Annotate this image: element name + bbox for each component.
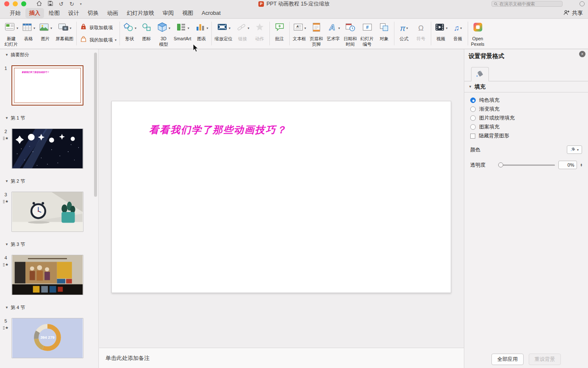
panel-scrollbar[interactable] <box>94 53 97 197</box>
section-header-4[interactable]: ▼ 第 4 节 <box>5 304 98 311</box>
undo-icon[interactable]: ↺ <box>59 1 64 7</box>
fill-option-picture[interactable]: 图片或纹理填充 <box>470 115 588 121</box>
svg-text:A: A <box>296 25 299 28</box>
color-picker-button[interactable]: ▾ <box>567 145 582 154</box>
object-button[interactable]: 对象 <box>376 21 393 42</box>
smartart-button[interactable]: ▾ SmartArt <box>172 21 193 42</box>
chart-icon <box>195 22 206 34</box>
tab-draw[interactable]: 绘图 <box>45 8 64 18</box>
tab-slideshow[interactable]: 幻灯片放映 <box>123 8 158 18</box>
slide-thumbnail-1[interactable]: 看看我们学了那些动画技巧？ <box>11 65 83 106</box>
tab-transitions[interactable]: 切换 <box>84 8 103 18</box>
chevron-down-icon[interactable]: ▾ <box>80 2 82 6</box>
transparency-stepper[interactable]: ▴▾ <box>580 163 582 167</box>
wordart-button[interactable]: A▾ 艺术字 <box>325 21 342 42</box>
alarm-clock-slide-image <box>12 192 83 231</box>
icons-button[interactable]: 图标 <box>138 21 155 42</box>
pictures-button[interactable]: ▾ 图片 <box>37 21 54 42</box>
ribbon-item-label: Open Pexels <box>471 36 485 47</box>
ribbon-item-label: 幻灯片 编号 <box>361 36 374 47</box>
fill-option-solid[interactable]: 纯色填充 <box>470 98 588 103</box>
radio-icon <box>470 106 476 112</box>
fill-option-pattern[interactable]: 图案填充 <box>470 124 588 130</box>
video-button[interactable]: ▾ 视频 <box>433 21 449 42</box>
slider-knob[interactable] <box>498 162 503 167</box>
chevron-down-icon: ▾ <box>207 26 208 30</box>
chart-button[interactable]: ▾ 图表 <box>193 21 210 42</box>
tab-design[interactable]: 设计 <box>64 8 83 18</box>
header-footer-icon <box>311 22 322 34</box>
fill-section-header[interactable]: ▼ 填充 <box>464 81 588 92</box>
shapes-button[interactable]: ▾ 形状 <box>121 21 138 42</box>
zoom-window-button[interactable] <box>21 1 26 6</box>
tab-review[interactable]: 审阅 <box>159 8 178 18</box>
home-icon[interactable] <box>36 1 42 7</box>
share-button[interactable]: 共享 <box>563 9 583 17</box>
new-slide-button[interactable]: ▾ 新建 幻灯片 <box>3 21 20 47</box>
action-button: 动作 <box>251 21 268 42</box>
header-footer-button[interactable]: 页眉和 页脚 <box>308 21 325 47</box>
tab-insert[interactable]: 插入 <box>25 8 44 18</box>
3d-models-button[interactable]: ▾ 3D 模型 <box>155 21 172 47</box>
donut-chart-slide-image: 394 279 <box>12 318 83 358</box>
slide-title-textbox[interactable]: 看看我们学了那些动画技巧？ <box>149 123 287 137</box>
transparency-slider[interactable] <box>498 162 555 167</box>
search-input[interactable] <box>499 1 560 6</box>
slide-thumbnail-2[interactable] <box>11 128 83 169</box>
slide-number: 4 <box>4 255 7 260</box>
zoom-button[interactable]: ▾ 缩放定位 <box>213 21 234 42</box>
open-pexels-button[interactable]: Open Pexels <box>469 21 486 47</box>
apply-to-all-button[interactable]: 全部应用 <box>491 354 524 365</box>
slide-number-button[interactable]: # 幻灯片 编号 <box>359 21 376 47</box>
ribbon-item-label: 公式 <box>399 36 408 42</box>
notes-placeholder[interactable]: 单击此处添加备注 <box>105 355 150 361</box>
get-addins-button[interactable]: a 获取加载项 <box>80 23 113 32</box>
section-collapse-icon: ▼ <box>5 243 8 246</box>
ribbon-item-label: 音频 <box>453 36 462 42</box>
ribbon-item-label: 符号 <box>416 36 425 42</box>
account-icon[interactable] <box>580 1 585 6</box>
table-button[interactable]: ▾ 表格 <box>20 21 37 42</box>
section-header-1[interactable]: ▼ 第 1 节 <box>5 115 98 121</box>
equation-button[interactable]: π▾ 公式 <box>396 21 413 42</box>
date-time-button[interactable]: 日期和 时间 <box>342 21 359 47</box>
close-window-button[interactable] <box>4 1 9 6</box>
audio-button[interactable]: ♫▾ 音频 <box>449 21 466 42</box>
icons-icon <box>141 22 152 34</box>
close-icon[interactable]: × <box>579 51 585 57</box>
slide-thumbnail-3[interactable] <box>11 192 83 232</box>
textbox-button[interactable]: A▾ 文本框 <box>291 21 308 42</box>
tab-home[interactable]: 开始 <box>6 8 25 18</box>
stepper-down-icon[interactable]: ▾ <box>580 165 582 167</box>
minimize-window-button[interactable] <box>13 1 18 6</box>
search-box[interactable] <box>491 1 563 7</box>
comment-button[interactable]: 批注 <box>271 21 288 42</box>
fill-option-label: 渐变填充 <box>479 106 499 113</box>
hide-background-checkbox[interactable]: 隐藏背景图形 <box>470 133 588 139</box>
section-header-2[interactable]: ▼ 第 2 节 <box>5 178 98 184</box>
fill-tab[interactable] <box>471 67 489 81</box>
starry-sky-slide-image <box>12 129 83 168</box>
slide-canvas[interactable]: 看看我们学了那些动画技巧？ <box>111 101 451 293</box>
tab-acrobat[interactable]: Acrobat <box>198 8 225 17</box>
action-star-icon <box>255 22 265 34</box>
screenshot-button[interactable]: ▾ 屏幕截图 <box>54 21 75 42</box>
notes-pane[interactable]: 单击此处添加备注 <box>99 348 464 368</box>
fill-option-gradient[interactable]: 渐变填充 <box>470 106 588 112</box>
opera-collage-slide-image <box>12 255 83 295</box>
pexels-icon <box>472 22 483 34</box>
redo-icon[interactable]: ↻ <box>69 1 74 7</box>
my-addins-button[interactable]: 我的加载项 ▾ <box>80 35 116 45</box>
tab-view[interactable]: 视图 <box>178 8 197 18</box>
fill-option-label: 纯色填充 <box>479 97 499 104</box>
tab-animations[interactable]: 动画 <box>103 8 122 18</box>
slider-track[interactable] <box>498 164 555 166</box>
save-icon[interactable] <box>48 1 53 7</box>
slide-thumbnail-5[interactable]: 394 279 <box>11 318 83 358</box>
transparency-value-input[interactable]: 0% <box>558 161 577 169</box>
section-header-3[interactable]: ▼ 第 3 节 <box>5 241 98 248</box>
slide-thumbnail-4[interactable] <box>11 255 83 295</box>
video-icon <box>434 22 445 34</box>
smartart-icon <box>176 22 187 34</box>
section-header-summary[interactable]: ▼ 摘要部分 <box>5 52 98 58</box>
